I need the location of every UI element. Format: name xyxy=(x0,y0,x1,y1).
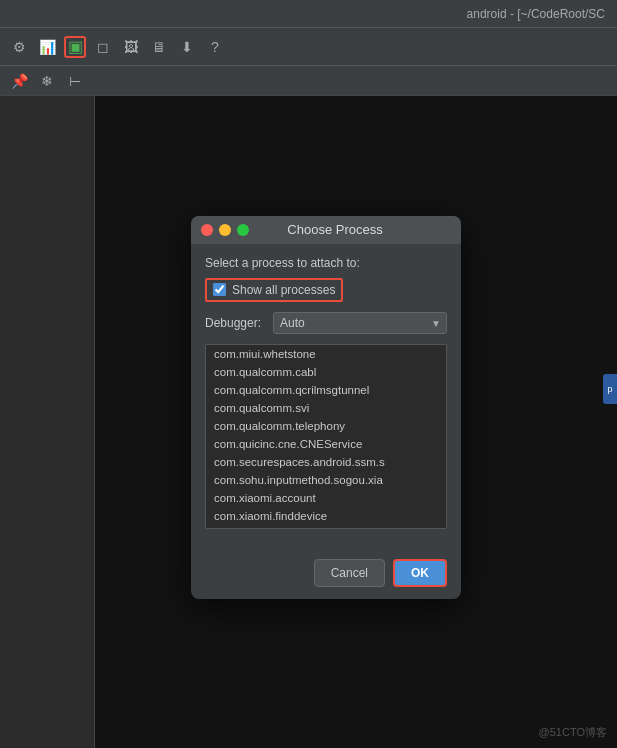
close-button[interactable] xyxy=(201,224,213,236)
ok-button[interactable]: OK xyxy=(393,559,447,587)
list-item[interactable]: com.xiaomi.market xyxy=(206,525,446,529)
debugger-label: Debugger: xyxy=(205,316,265,330)
list-item[interactable]: com.securespaces.android.ssm.s xyxy=(206,453,446,471)
dialog-title: Choose Process xyxy=(255,222,415,237)
list-item[interactable]: com.qualcomm.svi xyxy=(206,399,446,417)
toolbar-chart-icon[interactable]: 📊 xyxy=(36,36,58,58)
list-item[interactable]: com.qualcomm.telephony xyxy=(206,417,446,435)
list-item[interactable]: com.xiaomi.account xyxy=(206,489,446,507)
snowflake-icon[interactable]: ❄ xyxy=(36,70,58,92)
toolbar-image-icon[interactable]: 🖼 xyxy=(120,36,142,58)
dialog-titlebar: Choose Process xyxy=(191,216,461,244)
show-all-processes-checkbox[interactable] xyxy=(213,283,226,296)
pin-icon[interactable]: 📌 xyxy=(8,70,30,92)
title-text: android - [~/CodeRoot/SC xyxy=(467,7,605,21)
debugger-row: Debugger: Auto Java Native Dual ▼ xyxy=(205,312,447,334)
maximize-button[interactable] xyxy=(237,224,249,236)
toolbar-download-icon[interactable]: ⬇ xyxy=(176,36,198,58)
debugger-select[interactable]: Auto Java Native Dual xyxy=(273,312,447,334)
toolbar-monitor-icon[interactable]: 🖥 xyxy=(148,36,170,58)
list-item[interactable]: com.miui.whetstone xyxy=(206,345,446,363)
choose-process-dialog: Choose Process Select a process to attac… xyxy=(191,216,461,599)
right-area: Choose Process Select a process to attac… xyxy=(95,96,617,748)
list-item[interactable]: com.qualcomm.cabl xyxy=(206,363,446,381)
cancel-button[interactable]: Cancel xyxy=(314,559,385,587)
list-item[interactable]: com.sohu.inputmethod.sogou.xia xyxy=(206,471,446,489)
toolbar-device-icon[interactable]: ▣ xyxy=(64,36,86,58)
modal-overlay: Choose Process Select a process to attac… xyxy=(95,96,617,748)
dialog-body: Select a process to attach to: Show all … xyxy=(191,244,461,551)
title-bar: android - [~/CodeRoot/SC xyxy=(0,0,617,28)
secondary-toolbar: 📌 ❄ ⊢ xyxy=(0,66,617,96)
main-area: Choose Process Select a process to attac… xyxy=(0,96,617,748)
process-list[interactable]: com.miui.whetstone com.qualcomm.cabl com… xyxy=(205,344,447,529)
debugger-select-wrapper[interactable]: Auto Java Native Dual ▼ xyxy=(273,312,447,334)
dialog-select-label: Select a process to attach to: xyxy=(205,256,447,270)
minimize-button[interactable] xyxy=(219,224,231,236)
list-item[interactable]: com.quicinc.cne.CNEService xyxy=(206,435,446,453)
toolbar-square-icon[interactable]: ◻ xyxy=(92,36,114,58)
main-toolbar: ⚙ 📊 ▣ ◻ 🖼 🖥 ⬇ ? xyxy=(0,28,617,66)
show-all-processes-row[interactable]: Show all processes xyxy=(205,278,343,302)
show-all-processes-label: Show all processes xyxy=(232,283,335,297)
right-panel-indicator[interactable]: p xyxy=(603,374,617,404)
toolbar-help-icon[interactable]: ? xyxy=(204,36,226,58)
list-item[interactable]: com.qualcomm.qcrilmsgtunnel xyxy=(206,381,446,399)
left-panel xyxy=(0,96,95,748)
dialog-footer: Cancel OK xyxy=(191,551,461,599)
toolbar-settings-icon[interactable]: ⚙ xyxy=(8,36,30,58)
bracket-icon[interactable]: ⊢ xyxy=(64,70,86,92)
list-item[interactable]: com.xiaomi.finddevice xyxy=(206,507,446,525)
